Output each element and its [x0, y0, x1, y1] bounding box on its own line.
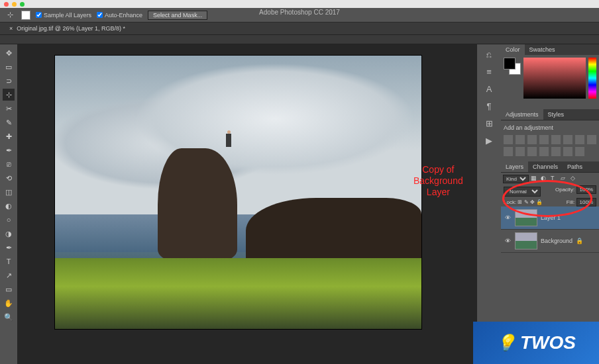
close-window-icon[interactable] — [4, 2, 9, 7]
history-panel-icon[interactable]: ⎌ — [483, 48, 495, 60]
lock-icon: 🔒 — [576, 238, 583, 244]
minimize-window-icon[interactable] — [12, 2, 17, 7]
canvas-area[interactable] — [17, 44, 477, 364]
fill-value[interactable]: 100% — [576, 198, 596, 206]
gradient-tool[interactable]: ◐ — [3, 200, 15, 212]
eraser-tool[interactable]: ◫ — [3, 186, 15, 198]
filter-shape-icon[interactable]: ▱ — [561, 175, 569, 183]
auto-enhance-checkbox[interactable]: Auto-Enhance — [97, 12, 142, 19]
brush-swatch[interactable] — [21, 11, 30, 20]
brush-tool[interactable]: ✒ — [3, 144, 15, 156]
shape-tool[interactable]: ▭ — [3, 283, 15, 295]
close-tab-icon[interactable]: × — [9, 25, 13, 32]
filter-pixel-icon[interactable]: ▦ — [531, 175, 539, 183]
zoom-window-icon[interactable] — [20, 2, 25, 7]
add-adjustment-label: Add an adjustment — [504, 123, 596, 132]
layer-row[interactable]: 👁 Background 🔒 — [501, 230, 599, 253]
gradient-map-adjustment-icon[interactable] — [563, 147, 572, 156]
foreground-background-swatch[interactable] — [504, 58, 521, 75]
select-and-mask-button[interactable]: Select and Mask... — [148, 11, 207, 20]
blur-tool[interactable]: ○ — [3, 214, 15, 226]
stamp-tool[interactable]: ⎚ — [3, 158, 15, 170]
exposure-adjustment-icon[interactable] — [539, 135, 549, 144]
opacity-value[interactable]: 100% — [576, 185, 596, 194]
color-panel — [501, 55, 599, 109]
app-title: Adobe Photoshop CC 2017 — [259, 9, 340, 16]
visibility-toggle-icon[interactable]: 👁 — [504, 238, 512, 244]
hue-strip[interactable] — [588, 58, 596, 99]
type-tool[interactable]: T — [3, 255, 15, 267]
levels-adjustment-icon[interactable] — [516, 135, 525, 144]
threshold-adjustment-icon[interactable] — [551, 147, 561, 156]
horizontal-ruler — [0, 35, 599, 44]
libraries-panel-icon[interactable]: ⊞ — [483, 117, 495, 129]
filter-type-icon[interactable]: T — [551, 175, 559, 183]
layers-tab[interactable]: Layers — [501, 161, 528, 172]
sample-all-layers-checkbox[interactable]: Sample All Layers — [36, 12, 91, 19]
mac-traffic-lights — [0, 0, 599, 8]
vibrance-adjustment-icon[interactable] — [551, 135, 561, 144]
document-tab-label: Original jpg.tif @ 26% (Layer 1, RGB/8) … — [17, 25, 125, 32]
dodge-tool[interactable]: ◑ — [3, 228, 15, 240]
filter-adjustment-icon[interactable]: ◐ — [541, 175, 549, 183]
selective-color-adjustment-icon[interactable] — [575, 147, 584, 156]
actions-panel-icon[interactable]: ▶ — [483, 134, 495, 146]
posterize-adjustment-icon[interactable] — [539, 147, 549, 156]
filter-smart-icon[interactable]: ◇ — [571, 175, 578, 183]
eyedropper-tool[interactable]: ✎ — [3, 116, 15, 128]
lasso-tool[interactable]: ⊃ — [3, 75, 15, 87]
lightbulb-icon: 💡 — [496, 334, 516, 352]
properties-panel-icon[interactable]: ≡ — [483, 66, 495, 77]
layer-row[interactable]: 👁 Layer 1 — [501, 206, 599, 230]
paths-tab[interactable]: Paths — [563, 161, 587, 172]
styles-tab[interactable]: Styles — [543, 109, 569, 120]
history-brush-tool[interactable]: ⟲ — [3, 172, 15, 184]
pen-tool[interactable]: ✒ — [3, 242, 15, 253]
blend-mode-select[interactable]: Normal — [504, 187, 541, 197]
marquee-tool[interactable]: ▭ — [3, 61, 15, 73]
collapsed-panels-column: ⎌ ≡ A ¶ ⊞ ▶ — [477, 44, 501, 364]
layer-thumbnail[interactable] — [515, 209, 537, 226]
adjustments-panel: Add an adjustment — [501, 120, 599, 161]
color-tab[interactable]: Color — [501, 44, 525, 55]
brand-watermark: 💡 TWOS — [473, 322, 599, 364]
channels-tab[interactable]: Channels — [528, 161, 563, 172]
layer-name: Layer 1 — [541, 214, 561, 221]
color-balance-adjustment-icon[interactable] — [575, 135, 584, 144]
brightness-adjustment-icon[interactable] — [504, 135, 513, 144]
healing-tool[interactable]: ✚ — [3, 130, 15, 142]
zoom-tool[interactable]: 🔍 — [3, 311, 15, 323]
channel-mixer-adjustment-icon[interactable] — [516, 147, 525, 156]
document-canvas[interactable] — [54, 55, 422, 330]
invert-adjustment-icon[interactable] — [527, 147, 537, 156]
document-tab[interactable]: × Original jpg.tif @ 26% (Layer 1, RGB/8… — [0, 23, 599, 35]
crop-tool[interactable]: ✂ — [3, 103, 15, 114]
layer-thumbnail[interactable] — [515, 232, 537, 250]
visibility-toggle-icon[interactable]: 👁 — [504, 214, 512, 221]
right-panels: Color Swatches Adjustments Styles Add an… — [501, 44, 599, 364]
tool-preset-icon[interactable]: ⊹ — [4, 9, 16, 21]
paragraph-panel-icon[interactable]: ¶ — [483, 100, 495, 112]
move-tool[interactable]: ✥ — [3, 47, 15, 59]
quick-selection-tool[interactable]: ⊹ — [3, 89, 15, 101]
layer-name: Background — [541, 238, 572, 244]
character-panel-icon[interactable]: A — [483, 83, 495, 95]
layer-filter-kind[interactable]: Kind — [503, 175, 529, 183]
bw-adjustment-icon[interactable] — [587, 135, 596, 144]
hue-adjustment-icon[interactable] — [563, 135, 572, 144]
adjustments-tab[interactable]: Adjustments — [501, 109, 543, 120]
path-tool[interactable]: ↗ — [3, 269, 15, 281]
tools-panel: ✥ ▭ ⊃ ⊹ ✂ ✎ ✚ ✒ ⎚ ⟲ ◫ ◐ ○ ◑ ✒ T ↗ ▭ ✋ 🔍 — [0, 44, 17, 364]
color-picker[interactable] — [523, 58, 586, 99]
curves-adjustment-icon[interactable] — [527, 135, 537, 144]
photo-filter-adjustment-icon[interactable] — [504, 147, 513, 156]
hand-tool[interactable]: ✋ — [3, 297, 15, 309]
swatches-tab[interactable]: Swatches — [525, 44, 560, 55]
